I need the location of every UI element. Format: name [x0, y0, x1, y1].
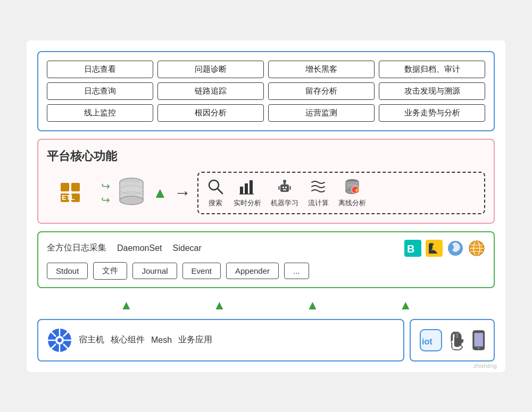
- bottom-right-box: iot: [410, 319, 495, 361]
- mesh-label: Mesh: [151, 335, 172, 345]
- appender-cell: Appender: [226, 263, 279, 279]
- svg-rect-0: [61, 183, 69, 191]
- etl-grid-icon: ETL: [60, 182, 82, 204]
- journal-cell: Journal: [132, 263, 177, 279]
- arrow-up-2: ▲: [213, 298, 226, 313]
- top-cell-6: 链路追踪: [157, 82, 264, 100]
- ml-item: 机器学习: [271, 178, 298, 208]
- collection-header: 全方位日志采集 DaemonSet Sidecar B: [47, 240, 485, 257]
- database-icon: [117, 177, 146, 209]
- top-cell-7: 留存分析: [268, 82, 375, 100]
- brand-icons: B: [404, 240, 485, 257]
- up-arrow-platform: ▲: [153, 186, 168, 200]
- svg-rect-37: [426, 240, 443, 257]
- stream-icon: [310, 178, 327, 195]
- top-cell-1: 日志查看: [47, 61, 153, 78]
- phone-icon: [472, 329, 485, 352]
- bar-chart-icon: [239, 178, 256, 195]
- host-label: 宿主机: [79, 334, 104, 346]
- platform-section: 平台核心功能 ETL ↩ ↪: [37, 139, 495, 224]
- svg-rect-19: [282, 187, 284, 188]
- robot-icon: [276, 178, 293, 195]
- arrow-right: →: [174, 183, 191, 203]
- bottom-section: 宿主机 核心组件 Mesh 业务应用 iot: [37, 319, 495, 361]
- svg-rect-15: [245, 183, 248, 194]
- top-cell-8: 攻击发现与溯源: [379, 82, 485, 100]
- collection-section: 全方位日志采集 DaemonSet Sidecar B: [37, 231, 495, 288]
- cycle-arrows: ↩ ↪: [101, 180, 110, 206]
- business-label: 业务应用: [178, 334, 212, 346]
- ml-label: 机器学习: [271, 198, 298, 208]
- svg-rect-25: [289, 186, 291, 190]
- svg-rect-61: [474, 333, 483, 346]
- logstash-icon: [426, 240, 443, 257]
- arrow-up-4: ▲: [400, 298, 412, 313]
- beats-icon: B: [404, 240, 421, 257]
- stdout-cell: Stdout: [47, 263, 88, 279]
- top-cell-9: 线上监控: [47, 104, 153, 122]
- etl-icons: ETL: [60, 182, 82, 204]
- svg-rect-24: [278, 186, 280, 190]
- file-cell: 文件: [93, 262, 127, 280]
- svg-rect-14: [240, 187, 243, 194]
- svg-text:ETL: ETL: [62, 194, 75, 201]
- core-label: 核心组件: [111, 334, 145, 346]
- arrow-up-1: ▲: [120, 298, 133, 313]
- offline-db-icon: ⚡: [344, 178, 361, 195]
- svg-rect-20: [285, 187, 287, 188]
- globe-icon: [468, 240, 485, 257]
- watermark: zhisheng: [473, 363, 497, 369]
- svg-rect-1: [71, 183, 80, 191]
- top-cell-10: 根因分析: [157, 104, 264, 122]
- more-cell: ...: [284, 263, 309, 279]
- stream-label: 流计算: [308, 198, 329, 208]
- offline-label: 离线分析: [338, 198, 366, 208]
- svg-rect-59: [456, 332, 459, 338]
- etl-box: ETL: [47, 182, 95, 204]
- top-cell-3: 增长黑客: [268, 61, 375, 78]
- touch-icon: [448, 329, 467, 352]
- svg-rect-18: [280, 184, 289, 192]
- analysis-box: 搜索 实时分析: [197, 172, 485, 214]
- iot-container: iot: [419, 329, 443, 352]
- search-label: 搜索: [209, 198, 222, 208]
- top-cell-12: 业务走势与分析: [379, 104, 485, 122]
- svg-rect-16: [250, 180, 253, 194]
- bottom-left-box: 宿主机 核心组件 Mesh 业务应用: [37, 319, 404, 361]
- svg-text:⚡: ⚡: [354, 187, 360, 194]
- event-cell: Event: [182, 263, 221, 279]
- stream-item: 流计算: [308, 178, 329, 208]
- svg-text:iot: iot: [422, 337, 433, 346]
- svg-point-11: [120, 196, 143, 205]
- platform-content: ETL ↩ ↪: [47, 172, 485, 214]
- daemonset-label: DaemonSet: [117, 243, 162, 253]
- search-icon: [207, 178, 224, 195]
- collection-title: 全方位日志采集: [47, 242, 106, 254]
- svg-line-13: [218, 189, 222, 194]
- realtime-item: 实时分析: [234, 178, 261, 208]
- arrow-up-3: ▲: [306, 298, 319, 313]
- kubernetes-icon: [47, 327, 72, 353]
- arrows-row: ▲ ▲ ▲ ▲: [37, 296, 495, 315]
- svg-point-23: [283, 180, 286, 183]
- top-grid: 日志查看 问题诊断 增长黑客 数据归档、审计 日志查询 链路追踪 留存分析 攻击…: [47, 61, 485, 122]
- offline-item: ⚡ 离线分析: [338, 178, 366, 208]
- top-section: 日志查看 问题诊断 增长黑客 数据归档、审计 日志查询 链路追踪 留存分析 攻击…: [37, 51, 495, 131]
- top-cell-11: 运营监测: [268, 104, 375, 122]
- db-svg: [117, 177, 146, 209]
- realtime-label: 实时分析: [234, 198, 261, 208]
- collection-items: Stdout 文件 Journal Event Appender ...: [47, 262, 485, 280]
- svg-point-62: [477, 347, 479, 349]
- platform-title: 平台核心功能: [47, 148, 485, 164]
- svg-point-47: [57, 338, 62, 342]
- top-cell-4: 数据归档、审计: [379, 61, 485, 78]
- fluentd-icon: [447, 240, 464, 257]
- svg-text:B: B: [407, 243, 414, 255]
- svg-rect-21: [283, 189, 286, 190]
- search-item: 搜索: [207, 178, 224, 208]
- iot-icon: iot: [419, 329, 443, 352]
- top-cell-5: 日志查询: [47, 82, 153, 100]
- sidecar-label: Sidecar: [173, 243, 202, 253]
- top-cell-2: 问题诊断: [157, 61, 264, 78]
